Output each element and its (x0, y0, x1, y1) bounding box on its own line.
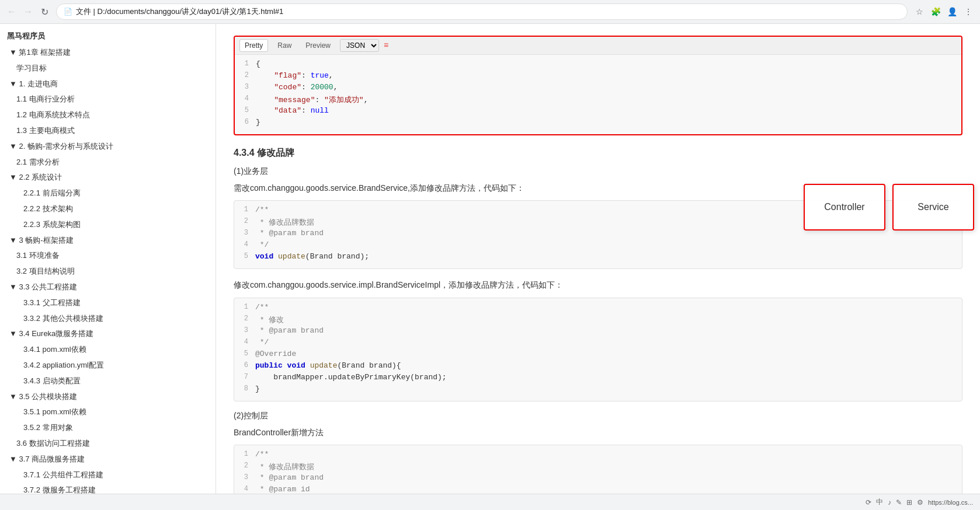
bottom-icons: ⟳ 中 ♪ ✎ ⊞ ⚙ (866, 497, 923, 507)
sidebar-item-3-5-1[interactable]: 3.5.1 pom.xml依赖 (0, 404, 216, 420)
sidebar-item-1-3[interactable]: 1.3 主要电商模式 (0, 123, 216, 139)
code-line: 8 } (234, 385, 962, 396)
code-line: 4 */ (234, 338, 962, 350)
tab-pretty[interactable]: Pretty (239, 39, 268, 52)
sidebar-item-1-2[interactable]: 1.2 电商系统技术特点 (0, 107, 216, 123)
code-line: 3 * @param brand (234, 473, 962, 485)
content-area: Pretty Raw Preview JSON ≡ 1 { 2 "flag": … (216, 24, 980, 494)
service-overlay-box[interactable]: Service (892, 184, 974, 230)
ctrl-code-body: 1 /** 2 * 修改品牌数据 3 * @param brand 4 * @p… (234, 445, 962, 494)
lang-icon[interactable]: 中 (876, 497, 883, 507)
code-line: 6 public void update(Brand brand){ (234, 361, 962, 373)
sidebar-item-1-1[interactable]: 1.1 电商行业分析 (0, 92, 216, 107)
back-button[interactable]: ← (5, 5, 19, 19)
browser-chrome: ← → ↻ 📄 文件 | D:/documents/changgou/讲义/da… (0, 0, 980, 24)
ctrl-code-block: 1 /** 2 * 修改品牌数据 3 * @param brand 4 * @p… (234, 445, 962, 494)
code-line: 6 } (235, 118, 961, 130)
section-434-title: 4.3.4 修改品牌 (234, 147, 962, 159)
more-icon[interactable]: ⋮ (961, 5, 975, 19)
sidebar-item-3-6[interactable]: 3.6 数据访问工程搭建 (0, 436, 216, 452)
sidebar-item-ch3[interactable]: ▼ 3 畅购-框架搭建 (0, 233, 216, 249)
address-text: 文件 | D:/documents/changgou/讲义/day01/讲义/第… (76, 6, 900, 17)
sidebar-item-3-5[interactable]: ▼ 3.5 公共模块搭建 (0, 389, 216, 405)
service-impl-block: 1 /** 2 * 修改 3 * @param brand 4 */ 5 (234, 298, 962, 401)
biz-layer-label: (1)业务层 (234, 166, 962, 177)
code-line: 1 { (235, 60, 961, 71)
settings-icon[interactable]: ⚙ (917, 498, 923, 506)
sidebar-section: ▼ 第1章 框架搭建 学习目标 ▼ 1. 走进电商 1.1 电商行业分析 1.2… (0, 44, 216, 494)
tab-raw[interactable]: Raw (273, 40, 296, 51)
nav-buttons: ← → ↻ (5, 5, 51, 19)
extension-icon[interactable]: 🧩 (929, 5, 943, 19)
edit-icon[interactable]: ✎ (896, 498, 902, 506)
sidebar-item-3-4[interactable]: ▼ 3.4 Eureka微服务搭建 (0, 326, 216, 342)
sidebar-item-3-4-2[interactable]: 3.4.2 appliation.yml配置 (0, 358, 216, 373)
main-layout: 黑马程序员 ▼ 第1章 框架搭建 学习目标 ▼ 1. 走进电商 1.1 电商行业… (0, 24, 980, 494)
browser-toolbar: ← → ↻ 📄 文件 | D:/documents/changgou/讲义/da… (0, 0, 980, 23)
browser-actions: ☆ 🧩 👤 ⋮ (912, 5, 975, 19)
format-select[interactable]: JSON (340, 39, 379, 52)
code-line: 3 "code": 20000, (235, 83, 961, 95)
sidebar-item-2-2-1[interactable]: 2.2.1 前后端分离 (0, 186, 216, 201)
controller-overlay-box[interactable]: Controller (804, 184, 885, 230)
sidebar-item-3-7-1[interactable]: 3.7.1 公共组件工程搭建 (0, 467, 216, 483)
code-line: 1 /** (234, 303, 962, 315)
ctrl-layer-label: (2)控制层 (234, 411, 962, 421)
json-response-body: 1 { 2 "flag": true, 3 "code": 20000, 4 "… (235, 55, 961, 134)
sidebar-item-3-7[interactable]: ▼ 3.7 商品微服务搭建 (0, 452, 216, 467)
sidebar-item-3-5-2[interactable]: 3.5.2 常用对象 (0, 420, 216, 436)
forward-button[interactable]: → (21, 5, 35, 19)
sidebar-item-3-3-1[interactable]: 3.3.1 父工程搭建 (0, 295, 216, 311)
code-line: 1 /** (234, 450, 962, 462)
format-icon: ≡ (384, 41, 388, 50)
code-line: 4 * @param id (234, 485, 962, 494)
code-line: 2 * 修改品牌数据 (234, 462, 962, 473)
sidebar-item-2-2-2[interactable]: 2.2.2 技术架构 (0, 201, 216, 217)
bottom-url: https://blog.cs... (928, 499, 973, 506)
code-line: 2 * 修改 (234, 315, 962, 326)
sidebar-item-ecom[interactable]: ▼ 1. 走进电商 (0, 76, 216, 92)
grid-icon[interactable]: ⊞ (906, 498, 912, 506)
lock-icon: 📄 (64, 8, 72, 16)
sidebar-item-3-2[interactable]: 3.2 项目结构说明 (0, 264, 216, 280)
sidebar-item-3-3-2[interactable]: 3.3.2 其他公共模块搭建 (0, 311, 216, 327)
code-line: 4 */ (234, 240, 962, 252)
code-line: 3 * @param brand (234, 326, 962, 338)
code-line: 3 * @param brand (234, 229, 962, 240)
code-line: 2 "flag": true, (235, 71, 961, 83)
sidebar-item-3-4-1[interactable]: 3.4.1 pom.xml依赖 (0, 342, 216, 358)
bottom-bar: ⟳ 中 ♪ ✎ ⊞ ⚙ https://blog.cs... (0, 494, 980, 510)
code-line: 5 "data": null (235, 106, 961, 118)
service-impl-desc: 修改com.changgou.goods.service.impl.BrandS… (234, 278, 962, 291)
sidebar-item-2-2[interactable]: ▼ 2.2 系统设计 (0, 170, 216, 186)
sidebar-item-3-7-2[interactable]: 3.7.2 微服务工程搭建 (0, 483, 216, 494)
code-line: 5 void update(Brand brand); (234, 252, 962, 264)
address-bar[interactable]: 📄 文件 | D:/documents/changgou/讲义/day01/讲义… (56, 4, 908, 20)
code-line: 4 "message": "添加成功", (235, 95, 961, 106)
sidebar-item-ch1[interactable]: ▼ 第1章 框架搭建 (0, 45, 216, 61)
sidebar-item-3-3[interactable]: ▼ 3.3 公共工程搭建 (0, 280, 216, 295)
sidebar-item-ch2[interactable]: ▼ 2. 畅购-需求分析与系统设计 (0, 139, 216, 155)
sidebar-item-goal[interactable]: 学习目标 (0, 61, 216, 76)
audio-icon[interactable]: ♪ (888, 498, 891, 506)
code-tabs: Pretty Raw Preview JSON ≡ (235, 37, 961, 55)
tab-preview[interactable]: Preview (301, 40, 335, 51)
json-response-block: Pretty Raw Preview JSON ≡ 1 { 2 "flag": … (234, 36, 962, 135)
sidebar-item-2-1[interactable]: 2.1 需求分析 (0, 155, 216, 170)
rotate-icon[interactable]: ⟳ (866, 498, 871, 506)
sidebar: 黑马程序员 ▼ 第1章 框架搭建 学习目标 ▼ 1. 走进电商 1.1 电商行业… (0, 24, 216, 494)
profile-icon[interactable]: 👤 (945, 5, 959, 19)
ctrl-layer-desc: BrandController新增方法 (234, 426, 962, 439)
sidebar-title[interactable]: 黑马程序员 (0, 29, 216, 44)
service-impl-body: 1 /** 2 * 修改 3 * @param brand 4 */ 5 (234, 298, 962, 401)
refresh-button[interactable]: ↻ (37, 5, 51, 19)
code-line: 7 brandMapper.updateByPrimaryKey(brand); (234, 373, 962, 385)
sidebar-item-3-4-3[interactable]: 3.4.3 启动类配置 (0, 373, 216, 389)
bookmark-icon[interactable]: ☆ (912, 5, 926, 19)
sidebar-item-3-1[interactable]: 3.1 环境准备 (0, 248, 216, 264)
overlay-container: Controller Service (804, 184, 974, 230)
code-line: 5 @Override (234, 350, 962, 361)
sidebar-item-2-2-3[interactable]: 2.2.3 系统架构图 (0, 217, 216, 233)
